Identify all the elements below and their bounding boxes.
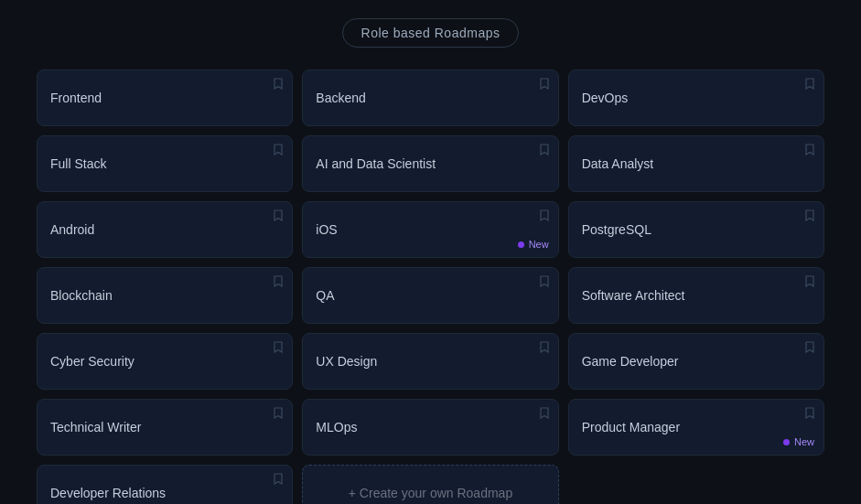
card-ux-design[interactable]: UX Design — [302, 333, 558, 390]
new-label: New — [529, 239, 549, 250]
bookmark-icon[interactable] — [805, 78, 814, 91]
roadmap-grid: FrontendBackendDevOpsFull StackAI and Da… — [37, 70, 824, 504]
card-label-software-architect: Software Architect — [582, 288, 685, 303]
card-label-game-developer: Game Developer — [582, 354, 679, 369]
card-label-frontend: Frontend — [50, 91, 102, 105]
card-label-backend: Backend — [316, 91, 365, 105]
bookmark-icon[interactable] — [274, 341, 283, 355]
card-create-roadmap[interactable]: + Create your own Roadmap — [302, 465, 558, 504]
card-blockchain[interactable]: Blockchain — [37, 267, 293, 324]
card-backend[interactable]: Backend — [302, 70, 558, 126]
card-label-devops: DevOps — [582, 91, 629, 105]
card-label-technical-writer: Technical Writer — [50, 420, 141, 434]
card-data-analyst[interactable]: Data Analyst — [568, 135, 824, 192]
bookmark-icon[interactable] — [274, 407, 283, 421]
card-label-ios: iOS — [316, 222, 337, 237]
new-badge: New — [518, 239, 549, 250]
card-cyber-security[interactable]: Cyber Security — [37, 333, 293, 390]
bookmark-icon[interactable] — [540, 275, 549, 289]
bookmark-icon[interactable] — [274, 78, 283, 91]
card-devops[interactable]: DevOps — [568, 70, 824, 126]
card-ios[interactable]: iOSNew — [302, 201, 558, 258]
card-label-qa: QA — [316, 288, 334, 303]
card-game-developer[interactable]: Game Developer — [568, 333, 824, 390]
bookmark-icon[interactable] — [805, 275, 814, 289]
bookmark-icon[interactable] — [805, 144, 814, 157]
bookmark-icon[interactable] — [274, 473, 283, 487]
card-mlops[interactable]: MLOps — [302, 399, 558, 456]
card-label-android: Android — [50, 222, 94, 237]
section-title-wrapper: Role based Roadmaps — [342, 18, 520, 48]
bookmark-icon[interactable] — [540, 407, 549, 421]
card-label-data-analyst: Data Analyst — [582, 156, 654, 171]
card-label-blockchain: Blockchain — [50, 288, 113, 303]
card-qa[interactable]: QA — [302, 267, 558, 324]
bookmark-icon[interactable] — [274, 275, 283, 289]
bookmark-icon[interactable] — [540, 209, 549, 223]
card-ai-data-scientist[interactable]: AI and Data Scientist — [302, 135, 558, 192]
bookmark-icon[interactable] — [805, 209, 814, 223]
card-software-architect[interactable]: Software Architect — [568, 267, 824, 324]
card-label-ux-design: UX Design — [316, 354, 377, 369]
section-title: Role based Roadmaps — [361, 26, 500, 40]
card-product-manager[interactable]: Product ManagerNew — [568, 399, 824, 456]
card-frontend[interactable]: Frontend — [37, 70, 293, 126]
bookmark-icon[interactable] — [274, 144, 283, 157]
bookmark-icon[interactable] — [540, 78, 549, 91]
bookmark-icon[interactable] — [274, 209, 283, 223]
card-android[interactable]: Android — [37, 201, 293, 258]
card-label-developer-relations: Developer Relations — [50, 486, 166, 500]
card-postgresql[interactable]: PostgreSQL — [568, 201, 824, 258]
bookmark-icon[interactable] — [805, 407, 814, 421]
card-label-postgresql: PostgreSQL — [582, 222, 651, 237]
new-dot — [518, 241, 524, 248]
new-label: New — [794, 436, 814, 447]
card-technical-writer[interactable]: Technical Writer — [37, 399, 293, 456]
bookmark-icon[interactable] — [805, 341, 814, 355]
card-label-create-roadmap: + Create your own Roadmap — [349, 486, 512, 500]
bookmark-icon[interactable] — [540, 144, 549, 157]
card-label-ai-data-scientist: AI and Data Scientist — [316, 156, 436, 171]
card-label-full-stack: Full Stack — [50, 156, 106, 171]
card-developer-relations[interactable]: Developer RelationsNew — [37, 465, 293, 504]
new-dot — [783, 439, 790, 445]
new-badge: New — [783, 436, 814, 447]
card-label-mlops: MLOps — [316, 420, 357, 434]
card-full-stack[interactable]: Full Stack — [37, 135, 293, 192]
card-label-product-manager: Product Manager — [582, 420, 680, 434]
card-label-cyber-security: Cyber Security — [50, 354, 135, 369]
bookmark-icon[interactable] — [540, 341, 549, 355]
